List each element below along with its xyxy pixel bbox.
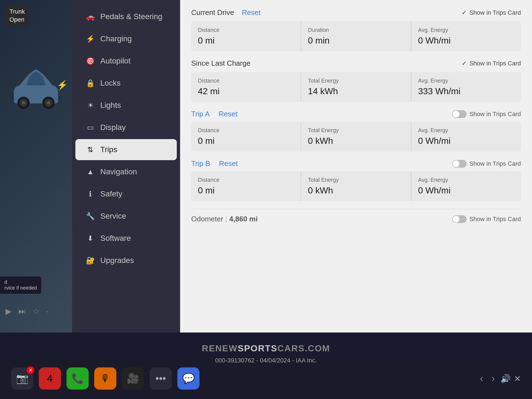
- sidebar-item-safety[interactable]: ℹ Safety: [75, 183, 177, 204]
- sidebar-item-charging[interactable]: ⚡ Charging: [75, 28, 177, 49]
- trip-a-section: Trip A Reset Show in Trips Card Distance…: [191, 110, 521, 152]
- sidebar-item-locks[interactable]: 🔒 Locks: [75, 73, 177, 94]
- navigation-icon: ▲: [85, 168, 95, 176]
- phone-taskbar-icon[interactable]: 📞: [66, 367, 89, 390]
- sidebar-item-trips[interactable]: ⇅ Trips: [75, 139, 177, 160]
- trip-a-reset[interactable]: Reset: [219, 110, 237, 118]
- current-drive-header: Current Drive Reset ✓ Show in Trips Card: [191, 8, 521, 17]
- pedals-icon: 🚗: [85, 12, 95, 21]
- lights-icon: ☀: [85, 101, 95, 110]
- odometer-row: Odometer : 4,860 mi Show in Trips Card: [191, 209, 521, 229]
- volume-control[interactable]: 🔊 ✕: [500, 374, 521, 383]
- play-button[interactable]: ▶: [6, 307, 12, 316]
- odometer-toggle[interactable]: [452, 215, 467, 223]
- since-last-charge-show-trips[interactable]: ✓ Show in Trips Card: [462, 60, 521, 67]
- favorite-button[interactable]: ☆: [33, 307, 40, 316]
- camera-taskbar-icon[interactable]: 📷 ✕: [11, 367, 33, 390]
- sidebar-item-pedals[interactable]: 🚗 Pedals & Steering: [75, 6, 177, 27]
- trip-a-avgenergy-cell: Avg. Energy 0 Wh/mi: [411, 122, 521, 152]
- current-drive-distance-label: Distance: [198, 27, 294, 33]
- display-icon: ▭: [85, 123, 95, 132]
- brand-renew: RENEW: [202, 343, 238, 353]
- svg-point-3: [22, 101, 25, 104]
- current-drive-stats: Distance 0 mi Duration 0 min Avg. Energy…: [191, 21, 521, 51]
- current-drive-avgenergy-cell: Avg. Energy 0 Wh/mi: [411, 21, 521, 51]
- odometer-show-trips[interactable]: Show in Trips Card: [452, 215, 521, 223]
- trip-b-label: Trip B: [191, 159, 210, 168]
- trip-b-avgenergy-cell: Avg. Energy 0 Wh/mi: [411, 171, 521, 201]
- since-last-charge-title: Since Last Charge: [191, 59, 250, 68]
- software-icon: ⬇: [85, 234, 95, 243]
- audio-taskbar-icon[interactable]: 🎙: [94, 367, 116, 390]
- media-controls: ▶ ⏭ ☆ ·: [0, 307, 72, 316]
- trip-a-energy-cell: Total Energy 0 kWh: [301, 122, 411, 152]
- sidebar-item-service[interactable]: 🔧 Service: [75, 206, 177, 227]
- brand-cars: CARS.COM: [277, 343, 330, 353]
- taskbar: 📷 ✕ 4 📞 🎙 🎥 ••• 💬 ‹ › 🔊 ✕: [0, 358, 532, 399]
- checkmark-icon-2: ✓: [462, 60, 467, 67]
- charging-icon: ⚡: [85, 35, 95, 43]
- nav-back-button[interactable]: ‹: [480, 373, 483, 384]
- current-drive-show-trips[interactable]: ✓ Show in Trips Card: [462, 9, 521, 16]
- since-last-charge-header: Since Last Charge ✓ Show in Trips Card: [191, 59, 521, 68]
- autopilot-icon: 🎯: [85, 57, 95, 65]
- current-drive-distance-value: 0 mi: [198, 35, 294, 46]
- more-taskbar-icon[interactable]: •••: [150, 367, 172, 390]
- slc-avg-energy-cell: Avg. Energy 333 Wh/mi: [411, 72, 521, 102]
- service-icon: 🔧: [85, 212, 95, 221]
- more-media-button[interactable]: ·: [46, 307, 48, 316]
- trips-icon: ⇅: [85, 145, 95, 154]
- trip-b-section: Trip B Reset Show in Trips Card Distance…: [191, 159, 521, 201]
- serial-info: 000-39130762 - 04/04/2024 - IAA Inc.: [0, 357, 532, 364]
- current-drive-duration-value: 0 min: [308, 35, 404, 46]
- nav-arrows: ‹ ›: [480, 373, 495, 384]
- trip-b-header: Trip B Reset Show in Trips Card: [191, 159, 521, 168]
- camera-badge: ✕: [27, 366, 34, 374]
- since-last-charge-stats: Distance 42 mi Total Energy 14 kWh Avg. …: [191, 72, 521, 102]
- volume-icon: 🔊: [500, 374, 511, 383]
- svg-text:⚡: ⚡: [57, 80, 66, 90]
- safety-icon: ℹ: [85, 190, 95, 198]
- trip-b-stats: Distance 0 mi Total Energy 0 kWh Avg. En…: [191, 171, 521, 201]
- svg-point-6: [47, 101, 50, 104]
- sidebar-item-display[interactable]: ▭ Display: [75, 117, 177, 138]
- trunk-badge: Trunk Open: [6, 6, 29, 26]
- sidebar-item-lights[interactable]: ☀ Lights: [75, 95, 177, 116]
- trip-b-toggle-knob: [453, 160, 459, 167]
- sidebar: 🚗 Pedals & Steering ⚡ Charging 🎯 Autopil…: [72, 0, 180, 332]
- current-drive-duration-label: Duration: [308, 27, 404, 33]
- trips-content: Current Drive Reset ✓ Show in Trips Card…: [180, 0, 532, 332]
- current-drive-duration-cell: Duration 0 min: [301, 21, 411, 51]
- sidebar-item-navigation[interactable]: ▲ Navigation: [75, 161, 177, 182]
- webcam-taskbar-icon[interactable]: 🎥: [122, 367, 144, 390]
- notification-bar: d rvice if needed: [0, 277, 41, 294]
- current-drive-reset[interactable]: Reset: [242, 8, 261, 17]
- brand-sports: SPORTS: [238, 343, 278, 353]
- trip-b-toggle[interactable]: [452, 160, 467, 168]
- trip-a-show-trips[interactable]: Show in Trips Card: [452, 110, 521, 118]
- trip-a-distance-cell: Distance 0 mi: [191, 122, 301, 152]
- chat-taskbar-icon[interactable]: 💬: [177, 367, 200, 390]
- current-drive-avgenergy-label: Avg. Energy: [418, 27, 514, 33]
- sidebar-item-autopilot[interactable]: 🎯 Autopilot: [75, 50, 177, 71]
- brand-watermark: RENEWSPORTSCARS.COM: [0, 343, 532, 354]
- trip-b-distance-cell: Distance 0 mi: [191, 171, 301, 201]
- trip-a-toggle[interactable]: [452, 110, 467, 118]
- current-drive-title: Current Drive: [191, 8, 234, 17]
- upgrades-icon: 🔐: [85, 256, 95, 265]
- slc-total-energy-cell: Total Energy 14 kWh: [301, 72, 411, 102]
- trip-b-energy-cell: Total Energy 0 kWh: [301, 171, 411, 201]
- trip-a-stats: Distance 0 mi Total Energy 0 kWh Avg. En…: [191, 122, 521, 152]
- car-image: ⚡: [6, 42, 66, 131]
- trip-a-header: Trip A Reset Show in Trips Card: [191, 110, 521, 118]
- odometer-text: Odometer : 4,860 mi: [191, 215, 258, 223]
- nav-forward-button[interactable]: ›: [492, 373, 495, 384]
- next-button[interactable]: ⏭: [18, 307, 26, 316]
- trip-b-show-trips[interactable]: Show in Trips Card: [452, 160, 521, 168]
- sidebar-item-upgrades[interactable]: 🔐 Upgrades: [75, 250, 177, 271]
- sidebar-item-software[interactable]: ⬇ Software: [75, 228, 177, 249]
- odometer-toggle-knob: [453, 216, 459, 222]
- calendar-taskbar-icon[interactable]: 4: [39, 367, 61, 390]
- volume-mute-icon[interactable]: ✕: [514, 374, 521, 383]
- trip-b-reset[interactable]: Reset: [219, 159, 238, 168]
